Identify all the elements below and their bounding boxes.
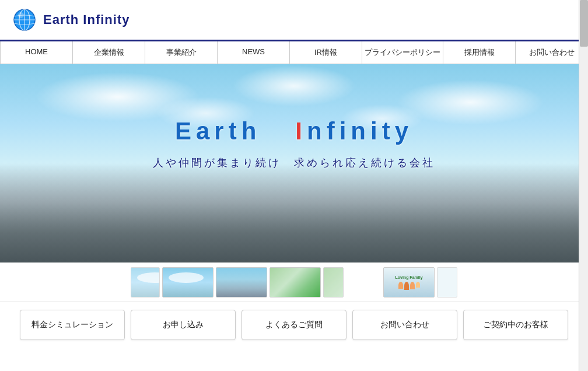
hero-banner: Earth Infinity 人や仲間が集まり続け 求められ応え続ける会社 xyxy=(0,64,588,262)
quick-links: 料金シミュレーション お申し込み よくあるご質問 お問い合わせ ご契約中のお客様 xyxy=(0,302,588,348)
thumb-people-label: Loving Family xyxy=(395,275,422,289)
nav-recruit[interactable]: 採用情報 xyxy=(443,41,516,64)
thumb-3[interactable] xyxy=(270,267,321,298)
quick-link-existing[interactable]: ご契約中のお客様 xyxy=(463,310,568,340)
thumbnail-strip: Loving Family xyxy=(0,262,588,302)
site-header: Earth Infinity xyxy=(0,0,588,41)
hero-subtitle: 人や仲間が集まり続け 求められ応え続ける会社 xyxy=(153,156,435,170)
thumb-2[interactable] xyxy=(216,267,267,298)
logo-icon xyxy=(12,7,37,33)
svg-point-4 xyxy=(18,12,24,18)
quick-link-contact[interactable]: お問い合わせ xyxy=(352,310,457,340)
thumb-people-partial[interactable] xyxy=(437,267,457,298)
hero-title: Earth Infinity xyxy=(153,117,435,145)
nav-company[interactable]: 企業情報 xyxy=(73,41,145,64)
thumb-people[interactable]: Loving Family xyxy=(383,267,435,298)
site-title: Earth Infinity xyxy=(43,12,130,27)
quick-link-faq[interactable]: よくあるご質問 xyxy=(242,310,346,340)
nav-ir[interactable]: IR情報 xyxy=(290,41,362,64)
nav-news[interactable]: NEWS xyxy=(218,41,290,64)
main-nav: HOME 企業情報 事業紹介 NEWS IR情報 プライバシーポリシー 採用情報… xyxy=(0,41,588,64)
quick-link-simulation[interactable]: 料金シミュレーション xyxy=(20,310,125,340)
hero-text: Earth Infinity 人や仲間が集まり続け 求められ応え続ける会社 xyxy=(153,117,435,170)
scrollbar-thumb[interactable] xyxy=(580,0,588,47)
thumb-1[interactable] xyxy=(162,267,214,298)
nav-contact[interactable]: お問い合わせ xyxy=(516,41,588,64)
thumb-partial-left[interactable] xyxy=(131,267,160,298)
scrollbar-track[interactable] xyxy=(579,0,588,348)
thumb-partial-right[interactable] xyxy=(323,267,344,298)
quick-link-apply[interactable]: お申し込み xyxy=(131,310,236,340)
nav-privacy[interactable]: プライバシーポリシー xyxy=(362,41,443,64)
nav-home[interactable]: HOME xyxy=(0,41,73,64)
nav-business[interactable]: 事業紹介 xyxy=(145,41,218,64)
